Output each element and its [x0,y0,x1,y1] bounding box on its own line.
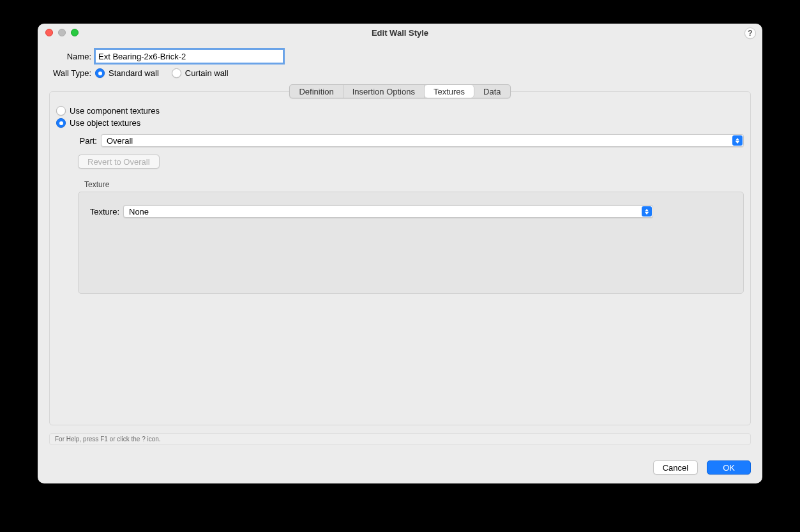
status-bar: For Help, press F1 or click the ? icon. [49,433,751,445]
minimize-icon [58,29,66,36]
radio-dot-icon [56,106,66,116]
texture-field-label: Texture: [87,207,119,217]
texture-row: Texture: None [87,205,734,218]
radio-dot-icon [172,68,181,78]
texture-group-label: Texture [84,180,744,189]
tabbar: Definition Insertion Options Textures Da… [49,84,751,98]
radio-dot-icon [56,118,66,128]
part-row: Part: Overall [78,134,744,147]
window-controls [45,29,79,36]
popup-arrows-icon [642,206,652,217]
radio-curtain-label: Curtain wall [185,68,229,78]
titlebar: Edit Wall Style ? [38,24,762,42]
dialog-content: Name: Wall Type: Standard wall Curtain w… [38,42,762,452]
zoom-icon[interactable] [71,29,79,36]
object-textures-sub: Part: Overall Revert to Overall Texture … [78,130,744,294]
radio-component-label: Use component textures [70,106,160,116]
tab-textures[interactable]: Textures [425,85,474,98]
radio-dot-icon [95,68,105,78]
radio-object-label: Use object textures [70,118,140,128]
dialog-window: Edit Wall Style ? Name: Wall Type: Stand… [38,24,762,483]
ok-button[interactable]: OK [707,460,751,475]
radio-standard-wall[interactable]: Standard wall [95,68,159,78]
dialog-footer: Cancel OK [38,452,762,483]
name-input[interactable] [95,49,283,63]
texture-value: None [129,207,149,217]
window-title: Edit Wall Style [372,28,428,38]
popup-arrows-icon [732,135,743,146]
radio-use-component-textures[interactable]: Use component textures [56,106,744,116]
close-icon[interactable] [45,29,53,36]
tab-data[interactable]: Data [474,85,509,98]
texture-group: Texture Texture: None [78,176,744,294]
wall-type-row: Wall Type: Standard wall Curtain wall [49,68,751,78]
tab-segment: Definition Insertion Options Textures Da… [289,84,510,98]
cancel-button[interactable]: Cancel [653,460,698,475]
radio-curtain-wall[interactable]: Curtain wall [172,68,229,78]
revert-to-overall-button: Revert to Overall [78,155,160,169]
name-row: Name: [49,49,751,63]
wall-type-label: Wall Type: [49,68,91,78]
part-popup[interactable]: Overall [101,134,744,147]
textures-panel: Use component textures Use object textur… [49,91,751,425]
wall-type-radios: Standard wall Curtain wall [95,68,241,78]
radio-standard-label: Standard wall [109,68,159,78]
tab-insertion-options[interactable]: Insertion Options [343,85,425,98]
part-value: Overall [107,136,133,146]
part-label: Part: [78,136,97,146]
help-button[interactable]: ? [744,27,756,39]
tab-definition[interactable]: Definition [290,85,343,98]
name-label: Name: [49,52,91,61]
texture-popup[interactable]: None [123,205,653,218]
radio-use-object-textures[interactable]: Use object textures [56,118,744,128]
texture-group-body: Texture: None [78,192,744,294]
